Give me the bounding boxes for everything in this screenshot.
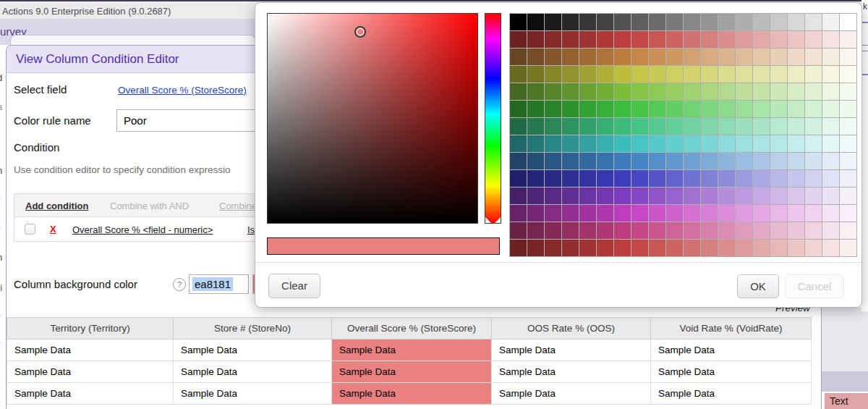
palette-swatch[interactable] (527, 118, 544, 135)
palette-swatch[interactable] (545, 187, 561, 204)
palette-swatch[interactable] (684, 222, 700, 239)
palette-swatch[interactable] (597, 240, 613, 256)
palette-swatch[interactable] (666, 205, 683, 222)
palette-swatch[interactable] (597, 14, 613, 30)
palette-swatch[interactable] (840, 66, 856, 83)
palette-swatch[interactable] (562, 222, 579, 239)
palette-swatch[interactable] (822, 118, 839, 135)
palette-swatch[interactable] (718, 66, 735, 83)
palette-swatch[interactable] (649, 66, 665, 83)
add-condition-link[interactable]: Add condition (25, 201, 88, 211)
gradient-cursor[interactable] (354, 26, 366, 38)
palette-swatch[interactable] (631, 205, 648, 222)
palette-swatch[interactable] (736, 14, 752, 30)
palette-swatch[interactable] (579, 31, 596, 48)
palette-swatch[interactable] (527, 83, 544, 100)
palette-swatch[interactable] (718, 222, 735, 239)
palette-swatch[interactable] (597, 83, 613, 100)
palette-swatch[interactable] (666, 83, 683, 100)
palette-swatch[interactable] (718, 187, 735, 204)
palette-swatch[interactable] (666, 187, 683, 204)
palette-swatch[interactable] (649, 49, 665, 65)
palette-swatch[interactable] (510, 101, 527, 117)
palette-swatch[interactable] (597, 205, 613, 222)
palette-swatch[interactable] (822, 83, 839, 100)
palette-swatch[interactable] (597, 135, 613, 152)
palette-swatch[interactable] (510, 205, 527, 222)
palette-swatch[interactable] (840, 170, 856, 187)
palette-swatch[interactable] (545, 205, 561, 222)
palette-swatch[interactable] (631, 66, 648, 83)
palette-swatch[interactable] (614, 222, 631, 239)
palette-swatch[interactable] (805, 205, 822, 222)
palette-swatch[interactable] (579, 83, 596, 100)
palette-swatch[interactable] (788, 31, 804, 48)
palette-swatch[interactable] (718, 135, 735, 152)
palette-swatch[interactable] (614, 135, 631, 152)
palette-swatch[interactable] (631, 135, 648, 152)
palette-swatch[interactable] (822, 222, 839, 239)
palette-swatch[interactable] (822, 101, 839, 117)
palette-swatch[interactable] (684, 240, 700, 256)
palette-swatch[interactable] (736, 101, 752, 117)
palette-swatch[interactable] (753, 83, 770, 100)
palette-swatch[interactable] (527, 205, 544, 222)
palette-swatch[interactable] (510, 83, 527, 100)
palette-swatch[interactable] (562, 31, 579, 48)
combine-or-link[interactable]: Combine (219, 201, 257, 211)
palette-swatch[interactable] (666, 31, 683, 48)
palette-swatch[interactable] (701, 135, 718, 152)
palette-swatch[interactable] (805, 49, 822, 65)
palette-swatch[interactable] (840, 222, 856, 239)
palette-swatch[interactable] (527, 14, 544, 30)
palette-swatch[interactable] (510, 66, 527, 83)
palette-swatch[interactable] (614, 187, 631, 204)
palette-swatch[interactable] (805, 66, 822, 83)
palette-swatch[interactable] (770, 49, 787, 65)
palette-swatch[interactable] (753, 101, 770, 117)
palette-swatch[interactable] (840, 187, 856, 204)
palette-swatch[interactable] (840, 240, 856, 256)
palette-swatch[interactable] (770, 66, 787, 83)
palette-swatch[interactable] (736, 222, 752, 239)
palette-swatch[interactable] (579, 170, 596, 187)
palette-swatch[interactable] (545, 83, 561, 100)
palette-swatch[interactable] (545, 153, 561, 169)
palette-swatch[interactable] (684, 101, 700, 117)
palette-swatch[interactable] (753, 49, 770, 65)
palette-swatch[interactable] (701, 49, 718, 65)
palette-swatch[interactable] (753, 118, 770, 135)
palette-swatch[interactable] (579, 101, 596, 117)
palette-swatch[interactable] (805, 14, 822, 30)
palette-swatch[interactable] (545, 240, 561, 256)
palette-swatch[interactable] (579, 187, 596, 204)
palette-swatch[interactable] (753, 14, 770, 30)
palette-swatch[interactable] (545, 101, 561, 117)
palette-swatch[interactable] (736, 83, 752, 100)
palette-swatch[interactable] (666, 240, 683, 256)
palette-swatch[interactable] (805, 135, 822, 152)
palette-swatch[interactable] (701, 222, 718, 239)
palette-swatch[interactable] (736, 49, 752, 65)
palette-swatch[interactable] (562, 240, 579, 256)
palette-swatch[interactable] (649, 153, 665, 169)
palette-swatch[interactable] (666, 14, 683, 30)
palette-swatch[interactable] (736, 66, 752, 83)
palette-swatch[interactable] (631, 240, 648, 256)
palette-swatch[interactable] (805, 240, 822, 256)
palette-swatch[interactable] (770, 170, 787, 187)
palette-swatch[interactable] (770, 240, 787, 256)
palette-swatch[interactable] (579, 240, 596, 256)
palette-swatch[interactable] (649, 118, 665, 135)
palette-swatch[interactable] (614, 153, 631, 169)
palette-swatch[interactable] (579, 66, 596, 83)
palette-swatch[interactable] (631, 170, 648, 187)
palette-swatch[interactable] (822, 135, 839, 152)
palette-swatch[interactable] (805, 118, 822, 135)
palette-swatch[interactable] (701, 240, 718, 256)
palette-swatch[interactable] (649, 187, 665, 204)
palette-swatch[interactable] (562, 83, 579, 100)
hue-slider[interactable] (485, 13, 501, 224)
palette-swatch[interactable] (597, 222, 613, 239)
palette-swatch[interactable] (631, 83, 648, 100)
